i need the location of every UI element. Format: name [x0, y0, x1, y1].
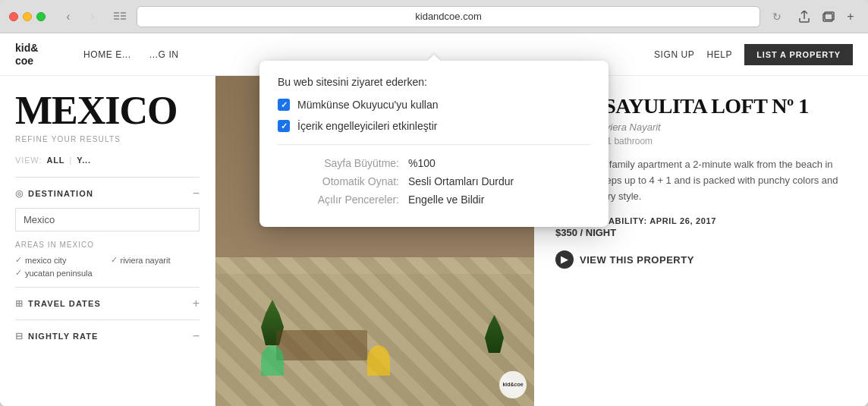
destination-input[interactable]	[15, 208, 200, 231]
area-name: riviera nayarit	[121, 256, 171, 265]
area-check-icon: ✓	[111, 255, 118, 265]
nightly-rate-filter: ⊟ NIGHTLY RATE −	[15, 319, 200, 352]
area-yucatan: ✓ yucatan peninsula	[15, 268, 105, 278]
site-nav: HOME E... ...G IN	[83, 49, 639, 60]
travel-dates-header[interactable]: ⊞ TRAVEL DATES +	[15, 297, 200, 310]
address-text: kidandcoe.com	[415, 11, 481, 22]
browser-titlebar: ‹ › kidandcoe.com ↻	[0, 0, 868, 33]
svg-rect-4	[114, 18, 119, 20]
destination-body: AREAS IN MEXICO ✓ mexico city ✓ riviera …	[15, 200, 200, 278]
nightly-rate-title: ⊟ NIGHTLY RATE	[15, 331, 99, 341]
popup-checkbox-row-1: ✓ Mümkünse Okuyucu'yu kullan	[278, 99, 590, 111]
list-property-button[interactable]: LIST A PROPERTY	[744, 44, 853, 65]
nav-help[interactable]: HELP	[706, 49, 732, 60]
popup-title: Bu web sitesini ziyaret ederken:	[278, 76, 590, 88]
view-bar: VIEW: ALL | Y...	[15, 156, 200, 165]
sidebar: MEXICO REFINE YOUR RESULTS VIEW: ALL | Y…	[0, 76, 215, 406]
popups-value: Engelle ve Bildir	[408, 194, 484, 206]
svg-rect-0	[114, 12, 119, 14]
view-btn-icon: ▶	[555, 250, 574, 269]
reader-checkbox[interactable]: ✓	[278, 99, 290, 111]
area-check-icon: ✓	[15, 268, 22, 278]
view-separator: |	[69, 156, 72, 165]
popups-key: Açılır Pencereler:	[278, 194, 399, 206]
reader-view-button[interactable]	[109, 6, 131, 27]
view-option2[interactable]: Y...	[77, 156, 91, 165]
chair-1	[261, 345, 284, 376]
nightly-rate-header[interactable]: ⊟ NIGHTLY RATE −	[15, 329, 200, 343]
popup-setting-row: Açılır Pencereler: Engelle ve Bildir	[278, 194, 590, 206]
destination-toggle[interactable]: −	[193, 187, 200, 200]
area-riviera: ✓ riviera nayarit	[111, 255, 200, 265]
destination-header[interactable]: ◎ DESTINATION −	[15, 187, 200, 200]
view-all[interactable]: ALL	[46, 156, 64, 165]
share-button[interactable]	[794, 6, 815, 27]
areas-grid: ✓ mexico city ✓ riviera nayarit ✓ yucata…	[15, 255, 200, 278]
zoom-key: Sayfa Büyütme:	[278, 157, 399, 169]
site-logo: kid& coe	[15, 42, 53, 68]
site-actions: SIGN UP HELP LIST A PROPERTY	[654, 44, 853, 65]
reload-button[interactable]: ↻	[766, 6, 788, 27]
content-blocker-checkbox[interactable]: ✓	[278, 120, 290, 132]
nav-buttons: ‹ ›	[58, 6, 103, 27]
check-icon-2: ✓	[281, 122, 288, 131]
nav-signup[interactable]: SIGN UP	[654, 49, 695, 60]
new-tab-button[interactable]: +	[842, 8, 859, 25]
table	[276, 330, 367, 360]
calendar-icon: ⊞	[15, 298, 24, 309]
page-title: MEXICO	[15, 91, 200, 131]
minimize-button[interactable]	[23, 12, 32, 21]
destination-icon: ◎	[15, 188, 24, 199]
close-button[interactable]	[9, 12, 18, 21]
area-mexico-city: ✓ mexico city	[15, 255, 105, 265]
area-name: mexico city	[25, 256, 66, 265]
address-bar[interactable]: kidandcoe.com	[137, 6, 760, 27]
areas-label: AREAS IN MEXICO	[15, 241, 200, 249]
safari-settings-popup[interactable]: Bu web sitesini ziyaret ederken: ✓ Mümkü…	[259, 61, 609, 227]
area-name: yucatan peninsula	[25, 269, 93, 278]
autoplay-key: Otomatik Oynat:	[278, 175, 399, 187]
popup-checkbox-row-2: ✓ İçerik engelleyicileri etkinleştir	[278, 120, 590, 132]
nav-login[interactable]: ...G IN	[149, 49, 179, 60]
chair-2	[367, 345, 390, 376]
website-content: kid& coe HOME E... ...G IN SIGN UP HELP …	[0, 33, 868, 406]
tabs-button[interactable]	[818, 6, 839, 27]
check-icon: ✓	[281, 101, 288, 109]
view-property-label: VIEW THIS PROPERTY	[580, 254, 694, 266]
autoplay-setting-row: Otomatik Oynat: Sesli Ortamları Durdur	[278, 175, 590, 187]
zoom-value: %100	[408, 157, 436, 169]
back-button[interactable]: ‹	[58, 6, 79, 27]
destination-title: ◎ DESTINATION	[15, 188, 93, 199]
popup-divider	[278, 144, 590, 145]
autoplay-value: Sesli Ortamları Durdur	[408, 175, 514, 187]
popup-arrow	[428, 55, 440, 61]
nav-home[interactable]: HOME E...	[83, 49, 131, 60]
property-price: $350 / NIGHT	[555, 227, 847, 238]
svg-rect-1	[121, 12, 126, 14]
watermark: kid& coe	[499, 371, 527, 398]
refine-label: REFINE YOUR RESULTS	[15, 135, 200, 143]
svg-rect-5	[121, 18, 126, 20]
maximize-button[interactable]	[36, 12, 46, 21]
travel-dates-title: ⊞ TRAVEL DATES	[15, 298, 101, 309]
browser-actions: +	[794, 6, 859, 27]
nightly-rate-toggle[interactable]: −	[193, 329, 200, 343]
content-blocker-label: İçerik engelleyicileri etkinleştir	[297, 120, 437, 132]
logo-text: kid& coe	[15, 42, 53, 68]
travel-dates-filter: ⊞ TRAVEL DATES +	[15, 287, 200, 319]
view-label: VIEW:	[15, 156, 42, 165]
travel-dates-toggle[interactable]: +	[193, 297, 200, 310]
traffic-lights	[9, 12, 46, 21]
destination-filter: ◎ DESTINATION − AREAS IN MEXICO ✓ mexico…	[15, 177, 200, 287]
rate-icon: ⊟	[15, 331, 24, 341]
browser-window: ‹ › kidandcoe.com ↻	[0, 0, 868, 406]
svg-rect-2	[114, 15, 119, 17]
zoom-setting-row: Sayfa Büyütme: %100	[278, 157, 590, 169]
area-check-icon: ✓	[15, 255, 22, 265]
reader-label: Mümkünse Okuyucu'yu kullan	[297, 99, 439, 111]
view-property-button[interactable]: ▶ VIEW THIS PROPERTY	[555, 250, 694, 269]
forward-button[interactable]: ›	[82, 6, 103, 27]
svg-rect-3	[121, 15, 126, 17]
